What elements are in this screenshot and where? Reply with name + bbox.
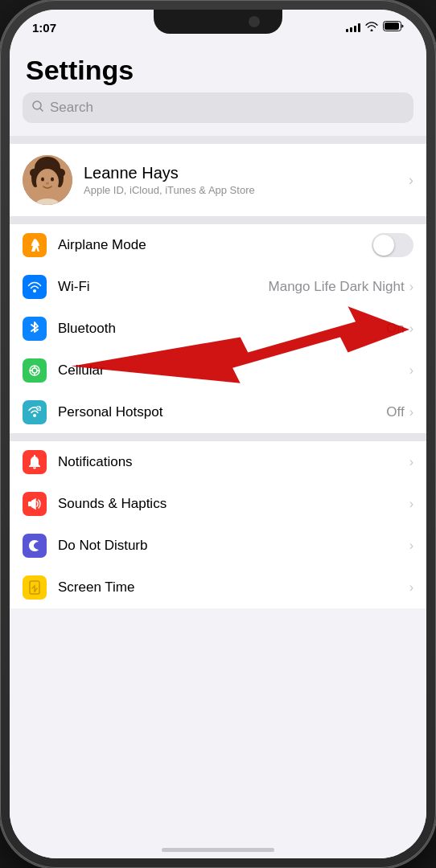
screentime-label: Screen Time	[58, 579, 409, 596]
hotspot-row[interactable]: Personal Hotspot Off ›	[10, 391, 426, 433]
profile-info: Leanne Hays Apple ID, iCloud, iTunes & A…	[84, 164, 397, 196]
profile-chevron: ›	[409, 172, 413, 189]
page-title: Settings	[10, 45, 426, 92]
connectivity-section: Airplane Mode Wi-Fi Mang	[10, 224, 426, 433]
svg-rect-1	[385, 23, 399, 30]
wifi-icon	[23, 275, 47, 299]
svg-point-13	[41, 178, 44, 182]
svg-point-15	[46, 182, 49, 185]
wifi-value: Mango Life Dark Night	[269, 279, 405, 295]
notifications-section: Notifications › Sounds & Haptics ›	[10, 441, 426, 608]
dnd-row[interactable]: Do Not Disturb ›	[10, 525, 426, 567]
hotspot-chevron: ›	[409, 405, 413, 420]
bluetooth-value: On	[386, 321, 405, 337]
screentime-row[interactable]: Screen Time ›	[10, 567, 426, 608]
section-divider-top	[10, 136, 426, 144]
svg-point-25	[33, 414, 36, 417]
search-icon	[32, 100, 43, 115]
bluetooth-label: Bluetooth	[58, 321, 386, 337]
dnd-label: Do Not Disturb	[58, 538, 409, 554]
section-divider-1	[10, 216, 426, 224]
cellular-icon	[23, 358, 47, 383]
profile-section: Leanne Hays Apple ID, iCloud, iTunes & A…	[10, 144, 426, 216]
bluetooth-row[interactable]: Bluetooth On ›	[10, 308, 426, 350]
status-time: 1:07	[32, 21, 56, 35]
profile-subtitle: Apple ID, iCloud, iTunes & App Store	[84, 184, 397, 196]
hotspot-value: Off	[386, 404, 404, 420]
svg-point-11	[53, 163, 60, 170]
profile-name: Leanne Hays	[84, 164, 397, 182]
search-placeholder: Search	[50, 100, 93, 116]
svg-rect-30	[28, 502, 31, 506]
bottom-padding	[10, 608, 426, 633]
notifications-icon	[23, 450, 47, 474]
wifi-label: Wi-Fi	[58, 279, 269, 295]
wifi-row[interactable]: Wi-Fi Mango Life Dark Night ›	[10, 266, 426, 308]
svg-line-3	[40, 108, 43, 111]
screen-content: Settings Search	[10, 45, 426, 858]
wifi-chevron: ›	[409, 280, 413, 294]
svg-point-18	[33, 289, 36, 293]
phone-screen: 1:07	[10, 10, 426, 858]
home-indicator[interactable]	[162, 848, 274, 852]
dnd-icon	[23, 534, 47, 558]
notch	[154, 10, 282, 34]
avatar	[23, 155, 72, 205]
search-bar[interactable]: Search	[23, 92, 413, 123]
svg-point-12	[36, 169, 59, 194]
screentime-icon	[23, 575, 47, 600]
hotspot-icon	[23, 400, 47, 424]
svg-point-20	[32, 368, 37, 373]
sounds-icon	[23, 492, 47, 516]
airplane-mode-row[interactable]: Airplane Mode	[10, 224, 426, 266]
notifications-row[interactable]: Notifications ›	[10, 441, 426, 483]
svg-point-8	[30, 169, 38, 177]
hotspot-label: Personal Hotspot	[58, 404, 386, 420]
battery-icon	[383, 21, 404, 34]
cellular-row[interactable]: Cellular ›	[10, 350, 426, 391]
sounds-row[interactable]: Sounds & Haptics ›	[10, 483, 426, 525]
cellular-chevron: ›	[409, 363, 413, 378]
bluetooth-icon	[23, 317, 47, 341]
section-divider-2	[10, 433, 426, 441]
notifications-chevron: ›	[409, 455, 413, 469]
svg-point-10	[35, 163, 42, 170]
svg-point-9	[57, 169, 65, 177]
airplane-mode-label: Airplane Mode	[58, 237, 372, 253]
airplane-mode-icon	[23, 233, 47, 257]
bluetooth-chevron: ›	[409, 321, 413, 336]
cellular-label: Cellular	[58, 362, 405, 379]
phone-device: 1:07	[0, 0, 436, 868]
sounds-label: Sounds & Haptics	[58, 496, 409, 512]
sounds-chevron: ›	[409, 497, 413, 511]
notifications-label: Notifications	[58, 454, 409, 470]
toggle-knob	[373, 235, 394, 256]
wifi-status-icon	[365, 21, 378, 34]
screentime-chevron: ›	[409, 580, 413, 595]
svg-point-14	[51, 178, 54, 182]
dnd-chevron: ›	[409, 538, 413, 553]
signal-icon	[346, 23, 360, 32]
status-icons	[346, 21, 404, 34]
profile-row[interactable]: Leanne Hays Apple ID, iCloud, iTunes & A…	[10, 144, 426, 216]
airplane-mode-toggle[interactable]	[372, 233, 413, 257]
